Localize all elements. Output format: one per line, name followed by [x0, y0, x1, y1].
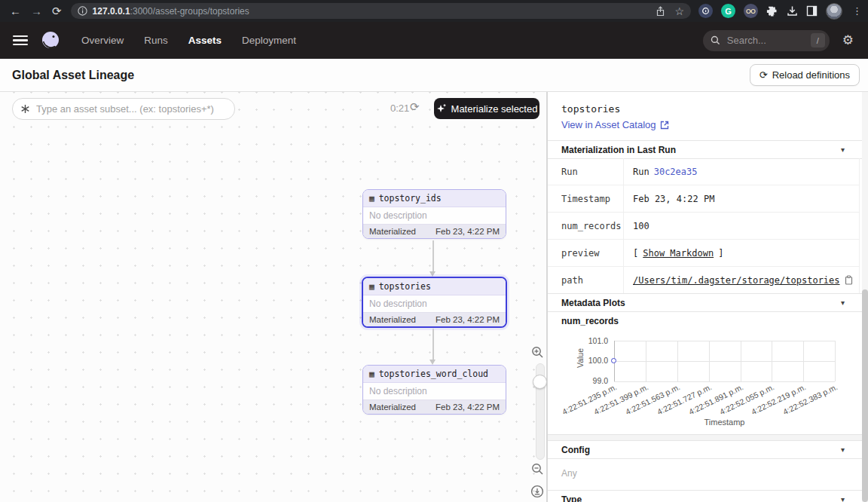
asset-filter-input[interactable]	[35, 103, 217, 115]
bookmark-star-icon[interactable]: ☆	[674, 6, 684, 17]
asset-node-description: No description	[363, 383, 506, 399]
copy-clipboard-icon[interactable]	[845, 275, 853, 285]
chevron-down-icon[interactable]: ▾	[841, 495, 845, 502]
site-info-icon[interactable]	[78, 6, 87, 16]
nav-item-runs[interactable]: Runs	[144, 35, 168, 46]
table-row: preview [Show Markdown]	[548, 240, 859, 267]
section-materialization-title: Materialization in Last Run	[561, 145, 676, 155]
asset-node-timestamp: Feb 23, 4:22 PM	[436, 315, 500, 324]
section-type-title: Type	[561, 494, 582, 502]
share-icon[interactable]	[656, 6, 665, 17]
row-key: num_records	[548, 213, 624, 239]
chart-x-axis-label: Timestamp	[614, 418, 835, 427]
view-in-asset-catalog-link[interactable]: View in Asset Catalog	[561, 119, 669, 130]
profile-avatar[interactable]	[826, 3, 842, 20]
asset-node-topstory-ids[interactable]: ▦topstory_ids No description Materialize…	[362, 189, 506, 239]
asset-node-topstories-word-cloud[interactable]: ▦topstories_word_cloud No description Ma…	[362, 365, 506, 415]
browser-forward-icon[interactable]: →	[31, 5, 42, 17]
plot-title: num_records	[561, 316, 619, 326]
num-records-value: 100	[624, 221, 649, 231]
asset-graph-panel: 0:21 ⟳ Materialize selected ▦topstory_id…	[0, 92, 547, 502]
chevron-down-icon[interactable]: ▾	[841, 145, 845, 154]
section-metadata-plots-title: Metadata Plots	[561, 298, 625, 308]
global-search[interactable]: /	[703, 30, 830, 51]
panel-scrollbar-thumb[interactable]	[862, 289, 868, 502]
edge-line	[432, 240, 434, 271]
app-navbar: Overview Runs Assets Deployment / ⚙	[0, 22, 868, 59]
glasses-extension-icon[interactable]	[744, 4, 758, 18]
search-input[interactable]	[726, 34, 793, 47]
asset-node-topstories[interactable]: ▦topstories No description MaterializedF…	[362, 277, 507, 328]
zoom-slider-handle[interactable]	[533, 375, 547, 389]
primary-nav: Overview Runs Assets Deployment	[81, 35, 296, 46]
side-panel-icon[interactable]	[806, 5, 818, 17]
search-icon	[711, 35, 720, 45]
dagster-logo[interactable]	[39, 29, 62, 52]
address-bar[interactable]: 127.0.0.1:3000/asset-groups/topstories ☆	[71, 3, 691, 19]
y-tick: 99.0	[548, 376, 608, 385]
section-config-title: Config	[561, 445, 590, 455]
grammarly-extension-icon[interactable]: G	[721, 4, 735, 18]
asset-node-name: topstories_word_cloud	[379, 369, 488, 379]
browser-menu-icon[interactable]: ⋮	[852, 5, 862, 17]
run-id-link[interactable]: 30c2ea35	[654, 167, 698, 177]
asset-node-description: No description	[363, 295, 506, 312]
config-value: Any	[561, 468, 577, 479]
page-title: Global Asset Lineage	[12, 69, 134, 82]
edge-arrowhead	[429, 271, 436, 277]
reload-definitions-button[interactable]: ⟳ Reload definitions	[750, 64, 860, 86]
zoom-to-fit-icon[interactable]	[530, 485, 544, 498]
asset-node-name: topstory_ids	[379, 193, 442, 204]
chevron-down-icon[interactable]: ▾	[841, 298, 845, 307]
num-records-chart: Value 101.0 100.0 99.0 4:22:51.235 p.m. …	[548, 335, 859, 430]
table-icon: ▦	[369, 194, 374, 204]
timestamp-value: Feb 23, 4:22 PM	[624, 194, 714, 204]
edge-arrowhead	[429, 360, 436, 365]
download-icon[interactable]	[787, 5, 798, 17]
view-in-asset-catalog-label: View in Asset Catalog	[561, 119, 656, 130]
y-tick: 100.0	[548, 356, 608, 365]
refresh-timer: 0:21	[390, 103, 409, 114]
chevron-down-icon[interactable]: ▾	[841, 445, 845, 454]
zoom-out-icon[interactable]	[531, 463, 544, 476]
browser-reload-icon[interactable]: ⟳	[52, 5, 62, 17]
lock-extension-icon[interactable]	[698, 4, 713, 18]
row-key: Timestamp	[548, 185, 624, 212]
preview-bracket-open: [	[633, 248, 638, 259]
section-metadata-plots: Metadata Plots ▾	[548, 293, 863, 312]
asset-node-timestamp: Feb 23, 4:22 PM	[436, 227, 500, 236]
gear-icon[interactable]: ⚙	[842, 32, 854, 48]
table-row: path /Users/tim/.dagster/storage/topstor…	[548, 267, 859, 294]
asset-filter[interactable]	[12, 98, 235, 120]
nav-item-assets[interactable]: Assets	[188, 35, 222, 46]
asset-node-status: Materialized	[369, 403, 416, 412]
show-markdown-link[interactable]: Show Markdown	[643, 248, 714, 259]
selected-asset-name: topstories	[561, 103, 620, 115]
browser-toolbar: ← → ⟳ 127.0.0.1:3000/asset-groups/topsto…	[0, 0, 868, 22]
y-tick: 101.0	[548, 336, 608, 345]
asset-node-description: No description	[363, 207, 506, 224]
screen: ← → ⟳ 127.0.0.1:3000/asset-groups/topsto…	[0, 0, 868, 502]
nav-item-overview[interactable]: Overview	[81, 35, 124, 46]
path-link[interactable]: /Users/tim/.dagster/storage/topstories	[633, 275, 840, 286]
url-text: 127.0.0.1:3000/asset-groups/topstories	[93, 6, 647, 17]
zoom-in-icon[interactable]	[531, 346, 544, 359]
preview-bracket-close: ]	[718, 248, 723, 259]
asset-node-timestamp: Feb 23, 4:22 PM	[436, 403, 500, 412]
materialize-selected-button[interactable]: Materialize selected	[434, 98, 539, 119]
materialize-selected-label: Materialize selected	[451, 103, 538, 115]
puzzle-extensions-icon[interactable]	[766, 5, 778, 17]
extensions-row: G ⋮	[698, 3, 868, 20]
edge-line	[432, 329, 434, 360]
table-row: num_records 100	[548, 213, 859, 240]
asset-node-status: Materialized	[369, 227, 416, 236]
browser-back-icon[interactable]: ←	[10, 5, 21, 17]
asset-detail-panel: topstories View in Asset Catalog Materia…	[547, 92, 868, 502]
graph-refresh-icon[interactable]: ⟳	[410, 100, 420, 114]
nav-item-deployment[interactable]: Deployment	[242, 35, 296, 46]
table-row: Run Run 30c2ea35	[548, 158, 859, 185]
reload-definitions-label: Reload definitions	[772, 69, 850, 81]
page-header: Global Asset Lineage ⟳ Reload definition…	[0, 59, 868, 92]
section-materialization: Materialization in Last Run ▾	[548, 140, 863, 159]
hamburger-menu-icon[interactable]	[13, 33, 28, 48]
